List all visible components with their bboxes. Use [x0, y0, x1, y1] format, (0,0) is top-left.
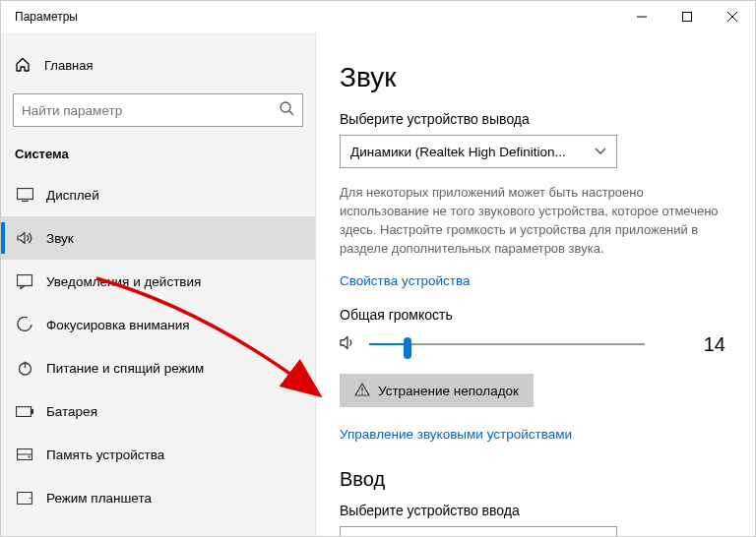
slider-thumb[interactable] [404, 337, 411, 359]
sidebar-item-label: Звук [46, 231, 74, 246]
svg-point-15 [29, 456, 31, 458]
sidebar-item-label: Режим планшета [46, 491, 152, 506]
input-section-title: Ввод [340, 468, 725, 491]
svg-point-9 [29, 319, 30, 320]
minimize-button[interactable] [619, 1, 664, 32]
volume-row: 14 [340, 332, 725, 356]
home-button[interactable]: Главная [1, 46, 315, 84]
window-title: Параметры [1, 10, 619, 24]
volume-slider[interactable] [369, 332, 645, 356]
sidebar-item-label: Батарея [46, 404, 97, 419]
display-icon [15, 188, 34, 202]
warning-icon [354, 383, 370, 399]
notifications-icon [15, 274, 34, 289]
output-note: Для некоторых приложений может быть наст… [340, 184, 725, 258]
svg-rect-6 [17, 189, 32, 200]
sidebar-item-notifications[interactable]: Уведомления и действия [1, 260, 315, 303]
tablet-icon [15, 492, 34, 505]
troubleshoot-button[interactable]: Устранение неполадок [340, 374, 534, 407]
input-device-dropdown[interactable]: Устройства ввода не найдены [340, 526, 617, 536]
sidebar-item-label: Питание и спящий режим [46, 361, 204, 376]
sidebar: Главная Система Дисплей Звук Уведомления… [1, 32, 316, 536]
volume-label: Общая громкость [340, 307, 725, 323]
sidebar-item-battery[interactable]: Батарея [1, 389, 315, 433]
sidebar-item-label: Дисплей [46, 188, 99, 203]
svg-rect-13 [32, 409, 33, 414]
sidebar-item-label: Уведомления и действия [46, 274, 201, 289]
sidebar-item-label: Фокусировка внимания [46, 318, 190, 332]
storage-icon [15, 448, 34, 460]
power-icon [15, 361, 34, 376]
battery-icon [15, 406, 34, 417]
output-device-label: Выберите устройство вывода [340, 111, 725, 127]
button-label: Устранение неполадок [378, 384, 519, 398]
svg-rect-12 [17, 406, 32, 416]
chevron-down-icon [595, 147, 606, 157]
section-title: Система [1, 141, 315, 173]
content-area: Главная Система Дисплей Звук Уведомления… [1, 32, 755, 536]
close-button[interactable] [710, 1, 755, 32]
search-input[interactable] [13, 93, 303, 127]
sidebar-item-label: Память устройства [46, 448, 164, 462]
main-panel: Звук Выберите устройство вывода Динамики… [316, 32, 755, 536]
maximize-button[interactable] [664, 1, 710, 32]
settings-window: Параметры Главная [0, 0, 756, 537]
dropdown-value: Динамики (Realtek High Definition... [350, 145, 595, 159]
home-label: Главная [44, 58, 93, 73]
device-properties-link[interactable]: Свойства устройства [340, 273, 471, 288]
svg-rect-1 [683, 13, 692, 22]
output-device-dropdown[interactable]: Динамики (Realtek High Definition... [340, 135, 617, 168]
home-icon [13, 57, 32, 73]
sidebar-item-power[interactable]: Питание и спящий режим [1, 346, 315, 389]
manage-devices-link[interactable]: Управление звуковыми устройствами [340, 427, 572, 442]
svg-point-4 [281, 102, 290, 112]
slider-fill [369, 343, 408, 345]
titlebar: Параметры [1, 1, 755, 32]
sidebar-item-storage[interactable]: Память устройства [1, 433, 315, 476]
page-title: Звук [340, 62, 725, 93]
focus-icon [15, 317, 34, 332]
sound-icon [15, 231, 34, 245]
svg-line-5 [289, 111, 293, 115]
speaker-icon[interactable] [340, 335, 359, 354]
svg-point-18 [30, 497, 32, 499]
search-icon [279, 100, 294, 120]
svg-point-20 [361, 392, 362, 393]
sidebar-item-focus[interactable]: Фокусировка внимания [1, 303, 315, 346]
sidebar-item-display[interactable]: Дисплей [1, 173, 315, 216]
sidebar-item-tablet[interactable]: Режим планшета [1, 476, 315, 519]
sidebar-item-sound[interactable]: Звук [1, 216, 315, 260]
search-field[interactable] [22, 103, 279, 118]
svg-rect-8 [18, 274, 32, 285]
input-device-label: Выберите устройство ввода [340, 503, 725, 518]
volume-value: 14 [704, 333, 725, 356]
window-controls [619, 1, 755, 32]
